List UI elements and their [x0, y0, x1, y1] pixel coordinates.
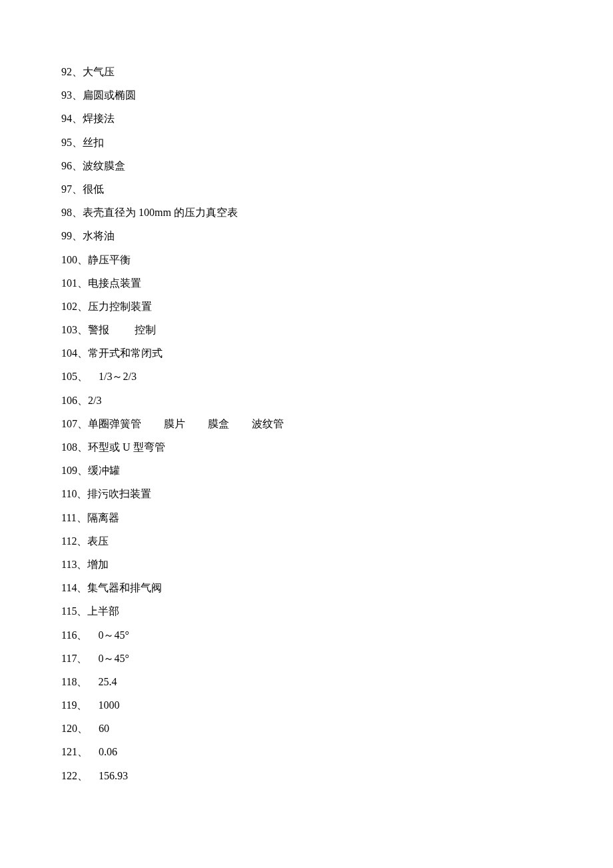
item-number: 99	[61, 230, 72, 241]
list-item: 100、静压平衡	[61, 248, 613, 271]
item-text: 常开式和常闭式	[88, 347, 163, 359]
item-separator: 、	[77, 395, 88, 406]
item-number: 107	[61, 418, 77, 429]
item-text: 电接点装置	[88, 277, 141, 289]
item-number: 97	[61, 183, 72, 195]
item-separator: 、	[77, 699, 87, 711]
item-separator: 、	[77, 676, 87, 687]
list-item: 121、0.06	[61, 740, 613, 763]
item-number: 120	[61, 723, 77, 734]
item-text: 0.06	[99, 746, 117, 757]
item-text-part: 控制	[135, 324, 156, 335]
item-text: 表壳直径为 100mm 的压力真空表	[83, 207, 238, 218]
item-separator: 、	[77, 653, 87, 664]
list-item: 92、大气压	[61, 60, 613, 83]
item-text: 大气压	[83, 66, 115, 77]
item-separator: 、	[72, 66, 83, 77]
item-separator: 、	[72, 207, 83, 218]
list-item: 109、缓冲罐	[61, 459, 613, 482]
list-item: 119、1000	[61, 693, 613, 717]
item-text: 1/3～2/3	[99, 371, 137, 382]
item-text: 压力控制装置	[88, 301, 152, 312]
item-separator: 、	[77, 277, 88, 289]
item-number: 119	[61, 699, 77, 711]
item-number: 92	[61, 66, 72, 77]
item-separator: 、	[77, 465, 88, 476]
item-text: 25.4	[98, 676, 117, 687]
item-separator: 、	[77, 347, 88, 359]
item-number: 117	[61, 653, 77, 664]
list-item: 117、0～45°	[61, 647, 613, 670]
item-text-part: 单圈弹簧管	[88, 418, 141, 429]
item-text: 2/3	[88, 395, 101, 406]
item-number: 98	[61, 207, 72, 218]
item-number: 112	[61, 535, 77, 547]
list-item: 103、警报控制	[61, 318, 613, 341]
item-separator: 、	[77, 770, 88, 781]
list-item: 101、电接点装置	[61, 271, 613, 295]
list-item: 122、156.93	[61, 764, 613, 787]
item-text: 排污吹扫装置	[87, 488, 151, 499]
item-separator: 、	[77, 605, 87, 617]
list-item: 93、扁圆或椭圆	[61, 83, 613, 107]
item-number: 109	[61, 465, 77, 476]
item-separator: 、	[77, 723, 88, 734]
item-separator: 、	[77, 371, 88, 382]
item-text: 很低	[83, 183, 104, 195]
list-item: 97、很低	[61, 177, 613, 201]
item-text-part: 膜片	[164, 418, 185, 429]
item-number: 103	[61, 324, 77, 335]
item-separator: 、	[77, 582, 87, 593]
item-number: 118	[61, 676, 77, 687]
item-separator: 、	[72, 89, 83, 101]
document-body: 92、大气压93、扁圆或椭圆94、焊接法95、丝扣96、波纹膜盒97、很低98、…	[61, 60, 613, 787]
list-item: 102、压力控制装置	[61, 295, 613, 318]
item-text: 焊接法	[83, 113, 115, 124]
list-item: 107、单圈弹簧管膜片膜盒波纹管	[61, 412, 613, 435]
item-number: 101	[61, 277, 77, 289]
item-text: 0～45°	[98, 653, 129, 664]
item-separator: 、	[77, 535, 87, 547]
item-text: 156.93	[99, 770, 128, 781]
list-item: 111、隔离器	[61, 506, 613, 529]
item-number: 121	[61, 746, 77, 757]
item-number: 94	[61, 113, 72, 124]
item-text: 水将油	[83, 230, 115, 241]
list-item: 98、表壳直径为 100mm 的压力真空表	[61, 201, 613, 224]
item-text: 波纹膜盒	[83, 160, 125, 171]
item-text: 60	[99, 723, 109, 734]
item-number: 111	[61, 512, 77, 523]
item-number: 114	[61, 582, 77, 593]
item-number: 105	[61, 371, 77, 382]
item-text: 扁圆或椭圆	[83, 89, 136, 101]
item-separator: 、	[77, 488, 87, 499]
item-number: 102	[61, 301, 77, 312]
item-separator: 、	[77, 301, 88, 312]
list-item: 105、1/3～2/3	[61, 365, 613, 388]
list-item: 114、集气器和排气阀	[61, 576, 613, 599]
item-text: 隔离器	[87, 512, 119, 523]
list-item: 95、丝扣	[61, 131, 613, 154]
item-separator: 、	[72, 160, 83, 171]
item-separator: 、	[77, 324, 88, 335]
list-item: 112、表压	[61, 529, 613, 553]
item-separator: 、	[72, 230, 83, 241]
item-number: 106	[61, 395, 77, 406]
item-text-part: 波纹管	[252, 418, 284, 429]
item-separator: 、	[77, 418, 88, 429]
item-text: 上半部	[87, 605, 119, 617]
item-text: 静压平衡	[88, 254, 131, 265]
item-text: 1000	[98, 699, 119, 711]
item-separator: 、	[77, 254, 88, 265]
item-number: 104	[61, 347, 77, 359]
item-separator: 、	[72, 137, 83, 148]
item-number: 110	[61, 488, 77, 499]
item-separator: 、	[77, 559, 87, 570]
item-text: 增加	[87, 559, 109, 570]
item-text: 集气器和排气阀	[87, 582, 162, 593]
item-separator: 、	[72, 183, 83, 195]
list-item: 115、上半部	[61, 599, 613, 623]
item-text: 表压	[87, 535, 109, 547]
item-separator: 、	[77, 441, 88, 453]
item-separator: 、	[72, 113, 83, 124]
